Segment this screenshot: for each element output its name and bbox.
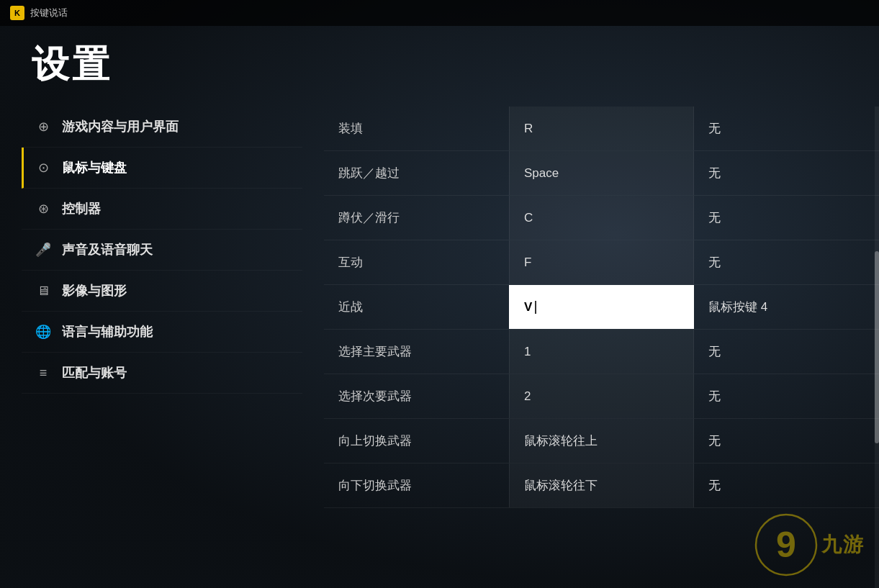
keybind-action-label: 向上切换武器 [324, 419, 509, 463]
keybind-action-label: 近战 [324, 285, 509, 329]
keybind-secondary-key[interactable]: 鼠标按键 4 [694, 285, 879, 329]
sidebar-icon-gameplay: ⊕ [35, 119, 52, 135]
logo-sub-text: 九游 [821, 531, 865, 558]
keybind-secondary-key[interactable]: 无 [694, 196, 879, 240]
keybind-row: 向上切换武器鼠标滚轮往上无 [324, 419, 879, 463]
sidebar-icon-audio: 🎤 [35, 242, 52, 258]
keybind-primary-key[interactable]: F [509, 240, 694, 284]
keybind-secondary-key[interactable]: 无 [694, 463, 879, 507]
nine-you-logo: 9 [754, 512, 819, 577]
keybind-row: 选择主要武器1无 [324, 330, 879, 374]
keybind-secondary-key[interactable]: 无 [694, 330, 879, 374]
sidebar-icon-controller: ⊛ [35, 201, 52, 217]
sidebar-icon-language: 🌐 [35, 324, 52, 340]
keybind-row: 选择次要武器2无 [324, 374, 879, 419]
keybind-action-label: 装填 [324, 107, 509, 150]
sidebar-item-account[interactable]: ≡匹配与账号 [22, 353, 302, 394]
keybind-action-label: 选择主要武器 [324, 330, 509, 374]
sidebar-item-video[interactable]: 🖥影像与图形 [22, 271, 302, 312]
sidebar-item-gameplay[interactable]: ⊕游戏内容与用户界面 [22, 107, 302, 148]
sidebar-label-mouse-keyboard: 鼠标与键盘 [62, 159, 127, 176]
sidebar-item-controller[interactable]: ⊛控制器 [22, 189, 302, 230]
keybind-action-label: 互动 [324, 240, 509, 284]
app-icon: K [10, 6, 24, 20]
svg-text:9: 9 [776, 525, 796, 565]
logo-area: 9 九游 [754, 512, 865, 577]
keybind-action-label: 向下切换武器 [324, 463, 509, 507]
sidebar: ⊕游戏内容与用户界面⊙鼠标与键盘⊛控制器🎤声音及语音聊天🖥影像与图形🌐语言与辅助… [22, 107, 302, 394]
sidebar-label-language: 语言与辅助功能 [62, 323, 153, 340]
cursor-blink [535, 301, 536, 314]
keybind-secondary-key[interactable]: 无 [694, 419, 879, 463]
keybind-action-label: 选择次要武器 [324, 374, 509, 418]
keybind-row: 装填R无 [324, 107, 879, 151]
keybind-secondary-key[interactable]: 无 [694, 151, 879, 195]
keybind-primary-key[interactable]: 1 [509, 330, 694, 374]
top-bar: K 按键说话 [0, 0, 879, 26]
keybind-action-label: 蹲伏／滑行 [324, 196, 509, 240]
keybind-primary-key[interactable]: R [509, 107, 694, 150]
sidebar-item-mouse-keyboard[interactable]: ⊙鼠标与键盘 [22, 148, 302, 189]
keybind-primary-key[interactable]: 鼠标滚轮往上 [509, 419, 694, 463]
keybind-primary-key[interactable]: Space [509, 151, 694, 195]
keybind-primary-key[interactable]: C [509, 196, 694, 240]
sidebar-item-language[interactable]: 🌐语言与辅助功能 [22, 312, 302, 353]
keybind-table: 装填R无跳跃／越过Space无蹲伏／滑行C无互动F无近战V鼠标按键 4选择主要武… [324, 107, 879, 508]
keybind-secondary-key[interactable]: 无 [694, 107, 879, 150]
active-key-text: V [524, 300, 532, 315]
sidebar-label-audio: 声音及语音聊天 [62, 241, 153, 258]
sidebar-item-audio[interactable]: 🎤声音及语音聊天 [22, 230, 302, 271]
top-bar-title: 按键说话 [30, 6, 68, 19]
scrollbar-track[interactable] [875, 107, 879, 588]
keybind-row: 互动F无 [324, 240, 879, 285]
sidebar-label-account: 匹配与账号 [62, 364, 127, 381]
page-title: 设置 [32, 40, 112, 90]
sidebar-label-controller: 控制器 [62, 200, 101, 217]
keybind-row: 向下切换武器鼠标滚轮往下无 [324, 463, 879, 508]
keybind-action-label: 跳跃／越过 [324, 151, 509, 195]
keybind-secondary-key[interactable]: 无 [694, 374, 879, 418]
keybind-row: 蹲伏／滑行C无 [324, 196, 879, 240]
scrollbar-thumb[interactable] [875, 251, 879, 444]
keybind-primary-key[interactable]: 2 [509, 374, 694, 418]
keybind-secondary-key[interactable]: 无 [694, 240, 879, 284]
sidebar-label-gameplay: 游戏内容与用户界面 [62, 118, 179, 135]
keybind-row: 跳跃／越过Space无 [324, 151, 879, 196]
sidebar-icon-video: 🖥 [35, 284, 52, 299]
sidebar-label-video: 影像与图形 [62, 282, 127, 299]
keybind-primary-key[interactable]: 鼠标滚轮往下 [509, 463, 694, 507]
sidebar-icon-account: ≡ [35, 366, 52, 381]
keybind-primary-key[interactable]: V [509, 285, 694, 329]
keybind-row: 近战V鼠标按键 4 [324, 285, 879, 330]
sidebar-icon-mouse-keyboard: ⊙ [35, 160, 52, 176]
